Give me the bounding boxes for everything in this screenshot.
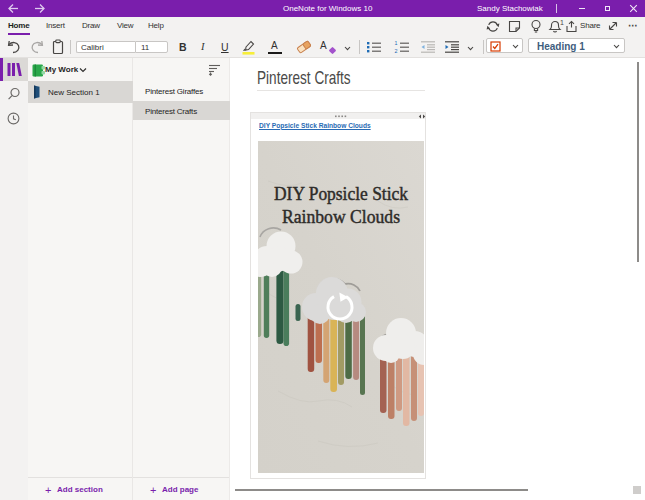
- svg-text:Rainbow Clouds: Rainbow Clouds: [282, 206, 400, 227]
- svg-text:DIY Popsicle Stick: DIY Popsicle Stick: [274, 183, 408, 204]
- svg-text:1: 1: [560, 19, 564, 26]
- svg-text:2: 2: [395, 48, 398, 54]
- svg-text:1: 1: [395, 40, 398, 46]
